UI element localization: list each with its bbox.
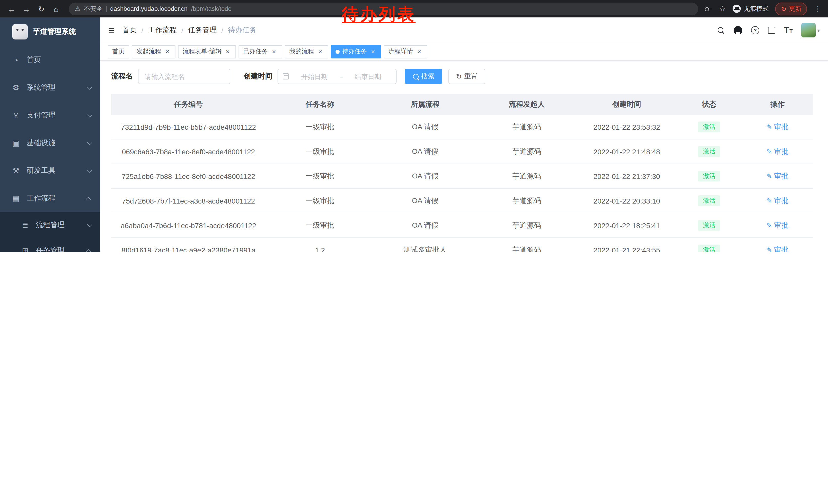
approve-button[interactable]: ✎ 审批 (767, 196, 788, 205)
start-date-input[interactable] (291, 73, 338, 80)
search-icon (412, 73, 419, 80)
task-id-cell: 8f0d1619-7ac8-11ec-a9e2-a2380e71991a (111, 246, 265, 252)
task-action-cell: ✎ 审批 (743, 122, 813, 132)
column-header: 流程发起人 (476, 100, 578, 109)
gear-icon: ⚙ (11, 83, 20, 92)
tab-close-icon[interactable]: × (271, 48, 278, 55)
date-range-picker[interactable]: - (278, 69, 397, 84)
task-created-cell: 2022-01-22 21:37:30 (578, 172, 676, 180)
approve-button[interactable]: ✎ 审批 (767, 245, 788, 252)
table-row: 069c6a63-7b8a-11ec-8ef0-acde48001122 一级审… (111, 139, 813, 164)
filter-bar: 流程名 创建时间 - 搜索 ↻ 重置 (111, 69, 813, 84)
task-id-cell: 069c6a63-7b8a-11ec-8ef0-acde48001122 (111, 147, 265, 155)
task-status-cell: 激活 (676, 195, 743, 206)
sidebar-item-workflow[interactable]: ▤ 工作流程 (0, 185, 100, 212)
task-initiator-cell: 芋道源码 (476, 122, 578, 132)
sidebar-item-infrastructure[interactable]: ▣ 基础设施 (0, 129, 100, 157)
task-id-cell: 75d72608-7b7f-11ec-a3c8-acde48001122 (111, 197, 265, 205)
breadcrumb-item[interactable]: 首页 / (122, 26, 148, 35)
task-action-cell: ✎ 审批 (743, 196, 813, 205)
task-id-cell: 73211d9d-7b9b-11ec-b5b7-acde48001122 (111, 123, 265, 131)
reload-icon[interactable]: ↻ (35, 2, 48, 15)
tab[interactable]: 首页 (108, 45, 129, 58)
task-action-cell: ✎ 审批 (743, 221, 813, 230)
breadcrumb-separator: / (221, 26, 223, 34)
task-initiator-cell: 芋道源码 (476, 196, 578, 205)
tab[interactable]: 流程表单-编辑 × (178, 45, 236, 58)
status-badge: 激活 (698, 244, 720, 252)
search-icon[interactable] (717, 27, 725, 34)
task-name-cell: 一级审批 (265, 196, 374, 205)
reset-button[interactable]: ↻ 重置 (448, 69, 485, 84)
tab[interactable]: 发起流程 × (132, 45, 175, 58)
approve-button[interactable]: ✎ 审批 (767, 172, 788, 181)
task-initiator-cell: 芋道源码 (476, 221, 578, 230)
chevron-down-icon (87, 140, 92, 145)
task-process-cell: OA 请假 (374, 147, 476, 156)
fullscreen-icon[interactable] (768, 27, 775, 34)
column-header: 操作 (743, 100, 813, 109)
back-icon[interactable]: ← (5, 2, 18, 15)
breadcrumb: 首页 / 工作流程 / 任务管理 / 待办任务 / (122, 26, 256, 35)
process-name-label: 流程名 (111, 72, 133, 81)
status-badge: 激活 (698, 195, 720, 206)
task-status-cell: 激活 (676, 244, 743, 252)
app-logo[interactable]: 芋道管理系统 (0, 17, 100, 46)
column-header: 任务编号 (111, 100, 265, 109)
tab-close-icon[interactable]: × (317, 48, 324, 55)
edit-icon: ✎ (767, 172, 772, 180)
sidebar-item-task-mgmt[interactable]: ⊞ 任务管理 (0, 238, 100, 252)
tab[interactable]: 流程详情 × (384, 45, 427, 58)
key-icon[interactable] (704, 5, 712, 13)
sidebar-item-payment-mgmt[interactable]: ¥ 支付管理 (0, 101, 100, 129)
yen-icon: ¥ (11, 111, 20, 120)
edit-icon: ✎ (767, 222, 772, 229)
task-status-cell: 激活 (676, 121, 743, 132)
bookmark-star-icon[interactable]: ☆ (719, 4, 726, 13)
task-created-cell: 2022-01-21 22:43:55 (578, 246, 676, 252)
tab-close-icon[interactable]: × (369, 48, 377, 55)
sidebar-item-process-mgmt[interactable]: ≣ 流程管理 (0, 212, 100, 238)
end-date-input[interactable] (344, 73, 391, 80)
breadcrumb-item[interactable]: 工作流程 / (148, 26, 188, 35)
task-initiator-cell: 芋道源码 (476, 172, 578, 181)
font-size-icon[interactable]: T T (784, 27, 793, 34)
task-name-cell: 一级审批 (265, 122, 374, 132)
breadcrumb-item[interactable]: 待办任务 / (228, 26, 257, 35)
github-icon[interactable] (734, 26, 742, 35)
avatar (801, 23, 816, 37)
tab-close-icon[interactable]: × (416, 48, 423, 55)
user-menu[interactable]: ▾ (801, 23, 820, 37)
tab-close-icon[interactable]: × (224, 48, 232, 55)
task-initiator-cell: 芋道源码 (476, 147, 578, 156)
sidebar-item-dev-tools[interactable]: ⚒ 研发工具 (0, 157, 100, 185)
sidebar-item-system-mgmt[interactable]: ⚙ 系统管理 (0, 74, 100, 101)
sidebar-collapse-icon[interactable]: ≡ (108, 25, 114, 36)
content: 流程名 创建时间 - 搜索 ↻ 重置 (100, 60, 828, 252)
approve-button[interactable]: ✎ 审批 (767, 122, 788, 132)
browser-menu-icon[interactable]: ⋮ (814, 5, 821, 13)
table-row: 725a1eb6-7b88-11ec-8ef0-acde48001122 一级审… (111, 164, 813, 189)
update-button[interactable]: ↻ 更新 (775, 2, 807, 15)
range-separator: - (340, 73, 342, 80)
tab[interactable]: 待办任务 × (331, 45, 381, 58)
approve-button[interactable]: ✎ 审批 (767, 221, 788, 230)
help-icon[interactable]: ? (751, 26, 759, 34)
app-window: 芋道管理系统 ◔ 首页 ⚙ 系统管理 ¥ 支付管理 ▣ (0, 17, 828, 252)
home-icon[interactable]: ⌂ (50, 2, 63, 15)
table-row: 75d72608-7b7f-11ec-a3c8-acde48001122 一级审… (111, 189, 813, 213)
process-name-input[interactable] (138, 69, 230, 84)
tab-close-icon[interactable]: × (164, 48, 171, 55)
task-created-cell: 2022-01-22 20:33:10 (578, 197, 676, 205)
chevron-down-icon (87, 222, 92, 227)
breadcrumb-item[interactable]: 任务管理 / (188, 26, 228, 35)
search-button[interactable]: 搜索 (405, 69, 442, 84)
task-name-cell: 一级审批 (265, 172, 374, 181)
approve-button[interactable]: ✎ 审批 (767, 147, 788, 156)
tab[interactable]: 我的流程 × (285, 45, 328, 58)
table-row: 8f0d1619-7ac8-11ec-a9e2-a2380e71991a 1.2… (111, 238, 813, 252)
forward-icon[interactable]: → (20, 2, 33, 15)
sidebar-item-home[interactable]: ◔ 首页 (0, 46, 100, 74)
create-time-label: 创建时间 (244, 72, 273, 81)
tab[interactable]: 已办任务 × (239, 45, 282, 58)
